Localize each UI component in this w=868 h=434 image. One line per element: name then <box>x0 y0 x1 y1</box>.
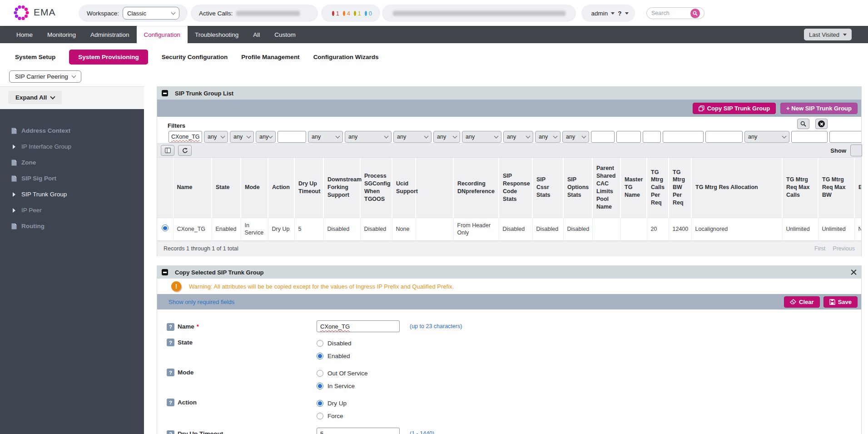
last-visited-button[interactable]: Last Visited <box>804 29 852 40</box>
copy-sip-trunk-group-button[interactable]: Copy SIP Trunk Group <box>693 103 776 114</box>
radio-button-dry-up[interactable] <box>317 400 323 407</box>
sidebar-item-zone[interactable]: Zone <box>0 155 144 170</box>
scope-select[interactable]: SIP Carrier Peering <box>9 70 81 83</box>
nav-item-troubleshooting[interactable]: Troubleshooting <box>188 26 246 43</box>
tab-system-setup[interactable]: System Setup <box>15 50 55 65</box>
column-header-tg-mtrg-bw-per-req[interactable]: TG Mtrg BW Per Req <box>669 158 691 218</box>
sidebar-item-routing[interactable]: Routing <box>0 218 144 234</box>
tab-security-configuration[interactable]: Security Configuration <box>162 50 228 65</box>
tab-system-provisioning[interactable]: System Provisioning <box>69 50 148 65</box>
filter-input-14[interactable] <box>591 131 615 143</box>
column-header-recording-dnpreference[interactable]: Recording DNpreference <box>453 158 499 218</box>
filter-select-10[interactable]: any <box>462 131 501 143</box>
expand-all-button[interactable]: Expand All <box>8 91 62 104</box>
row-radio-button[interactable] <box>162 224 169 231</box>
nav-item-administration[interactable]: Administration <box>83 26 137 43</box>
pagination-previous[interactable]: Previous <box>833 245 855 252</box>
sidebar-item-sip-trunk-group[interactable]: SIP Trunk Group <box>0 186 144 202</box>
filter-input-1[interactable]: CXone_TG <box>169 131 202 143</box>
nav-item-monitoring[interactable]: Monitoring <box>40 26 83 43</box>
column-header-ucid-support[interactable]: Ucid Support <box>392 158 416 218</box>
column-header-process-sgconfig-when-tgoos[interactable]: Process SGConfig When TGOOS <box>360 158 392 218</box>
tab-profile-management[interactable]: Profile Management <box>241 50 299 65</box>
nav-item-home[interactable]: Home <box>9 26 40 43</box>
sidebar-item-address-context[interactable]: Address Context <box>0 123 144 139</box>
column-header-downstream-forking-support[interactable]: Downstream Forking Support <box>323 158 360 218</box>
filter-select-12[interactable]: any <box>535 131 560 143</box>
help-icon[interactable] <box>167 430 174 434</box>
refresh-button[interactable] <box>178 145 192 156</box>
column-header-sip-response-code-stats[interactable]: SIP Response Code Stats <box>499 158 532 218</box>
help-icon[interactable] <box>167 339 174 346</box>
filter-input-15[interactable] <box>616 131 641 143</box>
filter-input-18[interactable] <box>705 131 743 143</box>
filter-input-17[interactable] <box>663 131 704 143</box>
nav-item-all[interactable]: All <box>246 26 267 43</box>
filter-input-20[interactable] <box>791 131 828 143</box>
column-header-dry-up-timeout[interactable]: Dry Up Timeout <box>294 158 323 218</box>
sidebar-item-ip-interface-group[interactable]: IP Interface Group <box>0 139 144 155</box>
column-header-state[interactable]: State <box>212 158 241 218</box>
filter-select-8[interactable]: any <box>393 131 432 143</box>
show-required-fields-link[interactable]: Show only required fields <box>169 299 234 305</box>
apply-filter-button[interactable] <box>797 119 809 129</box>
save-button[interactable]: Save <box>823 296 858 308</box>
column-header-sip-cssr-stats[interactable]: SIP Cssr Stats <box>532 158 563 218</box>
user-menu[interactable]: admin ? <box>581 5 635 22</box>
column-settings-button[interactable] <box>161 145 174 156</box>
sidebar-item-ip-peer[interactable]: IP Peer <box>0 202 144 218</box>
nav-item-custom[interactable]: Custom <box>267 26 303 43</box>
filter-input-5[interactable] <box>278 131 306 143</box>
filter-select-4[interactable]: any <box>256 131 276 143</box>
column-header-tg-mtrg-req-max-calls[interactable]: TG Mtrg Req Max Calls <box>782 158 818 218</box>
tab-configuration-wizards[interactable]: Configuration Wizards <box>313 50 379 65</box>
column-header-tg-mtrg-req-max-bw[interactable]: TG Mtrg Req Max BW <box>818 158 854 218</box>
filter-select-3[interactable]: any <box>230 131 254 143</box>
search-button[interactable] <box>690 9 700 18</box>
nav-item-configuration[interactable]: Configuration <box>137 26 188 43</box>
help-icon[interactable] <box>167 323 174 331</box>
clear-filter-button[interactable] <box>815 119 828 129</box>
alarm-status-indicators[interactable]: 1410 <box>321 5 380 22</box>
column-header-tg-mtrg-calls-per-req[interactable]: TG Mtrg Calls Per Req <box>647 158 669 218</box>
help-icon[interactable]: ? <box>618 10 621 17</box>
search-input[interactable] <box>651 10 690 16</box>
filter-select-7[interactable]: any <box>345 131 392 143</box>
sidebar-item-sip-sig-port[interactable]: SIP Sig Port <box>0 170 144 186</box>
filter-select-11[interactable]: any <box>503 131 533 143</box>
show-rows-select[interactable] <box>850 145 862 156</box>
collapse-icon[interactable] <box>162 269 168 275</box>
column-header-sip-options-stats[interactable]: SIP Options Stats <box>563 158 592 218</box>
name-field[interactable]: CXone_TG <box>317 320 400 332</box>
filter-select-19[interactable]: any <box>744 131 789 143</box>
collapse-icon[interactable] <box>162 90 168 96</box>
radio-button-in-service[interactable] <box>317 383 323 389</box>
radio-button-out-of-service[interactable] <box>317 370 323 377</box>
close-icon[interactable] <box>851 269 857 275</box>
help-icon[interactable] <box>167 399 174 406</box>
status-dot-icon <box>354 11 356 16</box>
column-header-name[interactable]: Name <box>173 158 212 218</box>
column-header-e-d[interactable]: E D <box>854 158 861 218</box>
dry-up-timeout-field[interactable]: 5 <box>317 428 400 434</box>
workspace-select[interactable]: Classic <box>123 7 179 20</box>
radio-button-enabled[interactable] <box>317 353 323 359</box>
column-header-master-tg-name[interactable]: Master TG Name <box>620 158 647 218</box>
column-header-tg-mtrg-res-allocation[interactable]: TG Mtrg Res Allocation <box>691 158 782 218</box>
column-header-parent-shared-cac-limits-pool-name[interactable]: Parent Shared CAC Limits Pool Name <box>592 158 620 218</box>
radio-button-disabled[interactable] <box>317 340 323 347</box>
table-row[interactable]: CXone_TGEnabledIn ServiceDry Up5Disabled… <box>157 218 861 240</box>
column-header-action[interactable]: Action <box>268 158 294 218</box>
column-header-mode[interactable]: Mode <box>241 158 268 218</box>
filter-select-13[interactable]: any <box>562 131 589 143</box>
help-icon[interactable] <box>167 369 174 376</box>
pagination-first[interactable]: First <box>814 245 825 252</box>
filter-input-16[interactable] <box>643 131 661 143</box>
filter-select-6[interactable]: any <box>308 131 343 143</box>
radio-button-force[interactable] <box>317 413 323 419</box>
filter-input-21[interactable] <box>829 131 861 143</box>
clear-button[interactable]: Clear <box>784 296 820 308</box>
new-sip-trunk-group-button[interactable]: + New SIP Trunk Group <box>780 103 858 114</box>
filter-select-2[interactable]: any <box>204 131 228 143</box>
filter-select-9[interactable]: any <box>433 131 460 143</box>
